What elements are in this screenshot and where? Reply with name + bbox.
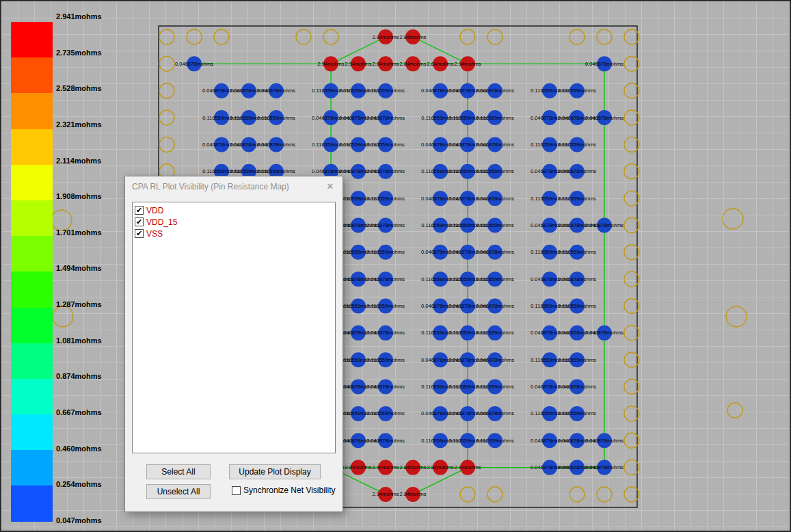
checkbox-checked-icon[interactable]: ✔ bbox=[135, 229, 144, 238]
pin-resistance-label: 2.94mohms bbox=[372, 464, 399, 470]
board-mount-hole bbox=[727, 403, 742, 418]
pin-resistance-label: 0.046878mohms bbox=[585, 115, 624, 121]
legend-swatch bbox=[11, 165, 53, 200]
pin-resistance-label: 0.046878mohms bbox=[366, 438, 405, 444]
legend-label: 1.081mohms bbox=[56, 336, 102, 345]
pin-resistance-label: 0.116559mohms bbox=[476, 168, 514, 174]
legend-swatch bbox=[11, 129, 53, 165]
legend-label: 0.254mohms bbox=[56, 480, 102, 488]
legend-label: 1.908mohms bbox=[56, 192, 102, 200]
pin-resistance-label: 0.046878mohms bbox=[558, 276, 596, 282]
pin-resistance-label: 0.116559mohms bbox=[257, 168, 295, 174]
synchronize-net-visibility-checkbox[interactable]: Synchronize Net Visibility bbox=[231, 486, 336, 495]
pin-resistance-label: 2.84mohms bbox=[372, 61, 399, 67]
dialog-cpa-rl-plot-visibility: CPA RL Plot Visibility (Pin Resistance M… bbox=[124, 176, 343, 512]
unassigned-pin[interactable] bbox=[214, 29, 229, 44]
unassigned-pin[interactable] bbox=[597, 29, 612, 44]
net-row[interactable]: ✔VDD_15 bbox=[134, 216, 334, 228]
pin-resistance-label: 0.046878mohms bbox=[366, 168, 405, 174]
pin-resistance-label: 2.84mohms bbox=[399, 61, 426, 67]
pin-resistance-label: 2.94mohms bbox=[345, 61, 371, 67]
unassigned-pin[interactable] bbox=[159, 29, 174, 44]
pin-resistance-label: 0.046878mohms bbox=[366, 330, 405, 336]
legend-label: 1.494mohms bbox=[56, 264, 102, 272]
unassigned-pin[interactable] bbox=[323, 29, 338, 44]
legend-color-scale bbox=[11, 22, 53, 522]
pin-resistance-label: 0.116559mohms bbox=[558, 88, 596, 94]
pin-resistance-label: 0.116559mohms bbox=[558, 196, 596, 202]
unassigned-pin[interactable] bbox=[159, 83, 174, 98]
unassigned-pin[interactable] bbox=[460, 487, 475, 502]
pin-resistance-label: 0.116559mohms bbox=[366, 249, 405, 255]
pin-resistance-label: 0.116559mohms bbox=[366, 303, 405, 309]
legend-label: 2.735mohms bbox=[56, 49, 102, 57]
pin-resistance-label: 2.84mohms bbox=[399, 34, 426, 40]
legend-swatch bbox=[11, 93, 53, 129]
net-row[interactable]: ✔VDD bbox=[134, 204, 334, 216]
pin-resistance-label: 0.046878mohms bbox=[175, 61, 213, 67]
pin-resistance-label: 0.046878mohms bbox=[585, 438, 624, 444]
unselect-all-button[interactable]: Unselect All bbox=[146, 484, 211, 499]
legend-swatch bbox=[11, 486, 53, 521]
pin-resistance-label: 0.116559mohms bbox=[558, 303, 596, 309]
legend-swatch bbox=[11, 308, 53, 343]
checkbox-checked-icon[interactable]: ✔ bbox=[135, 217, 144, 226]
checkbox-checked-icon[interactable]: ✔ bbox=[135, 206, 144, 215]
pin-resistance-label: 0.116559mohms bbox=[476, 276, 514, 282]
unassigned-pin[interactable] bbox=[159, 137, 174, 152]
pin-resistance-label: 2.94mohms bbox=[372, 34, 399, 40]
pin-resistance-label: 2.94mohms bbox=[317, 61, 344, 67]
select-all-button[interactable]: Select All bbox=[146, 464, 211, 479]
pin-resistance-label: 0.046878mohms bbox=[476, 410, 514, 416]
pin-resistance-label: 2.84mohms bbox=[427, 61, 453, 67]
pin-resistance-label: 0.046878mohms bbox=[476, 196, 514, 202]
sync-checkbox-label: Synchronize Net Visibility bbox=[243, 486, 336, 495]
pin-resistance-label: 0.046878mohms bbox=[585, 222, 624, 228]
pin-resistance-label: 0.116559mohms bbox=[558, 249, 596, 255]
close-icon[interactable]: ✕ bbox=[318, 176, 343, 197]
pin-resistance-label: 0.116559mohms bbox=[366, 142, 405, 148]
unassigned-pin[interactable] bbox=[597, 487, 612, 502]
pin-resistance-label: 0.116559mohms bbox=[476, 438, 514, 444]
legend-label: 2.114mohms bbox=[56, 157, 101, 165]
unassigned-pin[interactable] bbox=[296, 29, 311, 44]
legend-swatch bbox=[11, 57, 53, 93]
unassigned-pin[interactable] bbox=[159, 56, 174, 71]
unassigned-pin[interactable] bbox=[159, 110, 174, 125]
checkbox-unchecked-icon[interactable] bbox=[232, 486, 241, 495]
legend-label: 0.460mohms bbox=[56, 444, 102, 453]
pin-resistance-label: 0.116559mohms bbox=[366, 357, 405, 363]
pin-resistance-label: 0.046878mohms bbox=[366, 276, 405, 282]
pin-resistance-label: 0.046878mohms bbox=[476, 249, 514, 255]
unassigned-pin[interactable] bbox=[487, 29, 502, 44]
pin-resistance-label: 0.046878mohms bbox=[585, 464, 624, 470]
unassigned-pin[interactable] bbox=[487, 487, 502, 502]
pin-resistance-label: 0.116559mohms bbox=[366, 410, 405, 416]
net-row[interactable]: ✔VSS bbox=[134, 228, 334, 239]
pin-resistance-label: 0.046878mohms bbox=[257, 88, 295, 94]
board-mount-hole bbox=[726, 306, 747, 327]
pin-resistance-label: 0.046878mohms bbox=[257, 142, 295, 148]
net-listbox[interactable]: ✔VDD✔VDD_15✔VSS bbox=[132, 202, 336, 453]
legend-swatch bbox=[11, 22, 53, 57]
legend-label: 1.287mohms bbox=[56, 300, 102, 308]
update-plot-display-button[interactable]: Update Plot Display bbox=[229, 464, 321, 479]
pin-resistance-label: 0.046878mohms bbox=[585, 330, 624, 336]
pin-resistance-label: 0.116559mohms bbox=[476, 330, 514, 336]
unassigned-pin[interactable] bbox=[569, 487, 585, 502]
legend-swatch bbox=[11, 379, 53, 414]
legend-label: 0.667mohms bbox=[56, 408, 102, 416]
unassigned-pin[interactable] bbox=[460, 29, 475, 44]
pin-resistance-label: 0.046878mohms bbox=[366, 115, 405, 121]
pin-resistance-label: 0.116559mohms bbox=[476, 115, 514, 121]
legend-swatch bbox=[11, 414, 53, 450]
pin-resistance-label: 0.046878mohms bbox=[366, 384, 405, 390]
pin-resistance-label: 0.046878mohms bbox=[476, 303, 514, 309]
legend-swatch bbox=[11, 200, 53, 236]
legend-swatch bbox=[11, 236, 53, 271]
legend-label: 0.874mohms bbox=[56, 372, 102, 380]
unassigned-pin[interactable] bbox=[569, 29, 585, 44]
dialog-titlebar[interactable]: CPA RL Plot Visibility (Pin Resistance M… bbox=[125, 176, 343, 197]
pin-resistance-label: 2.94mohms bbox=[372, 491, 399, 497]
unassigned-pin[interactable] bbox=[187, 29, 202, 44]
